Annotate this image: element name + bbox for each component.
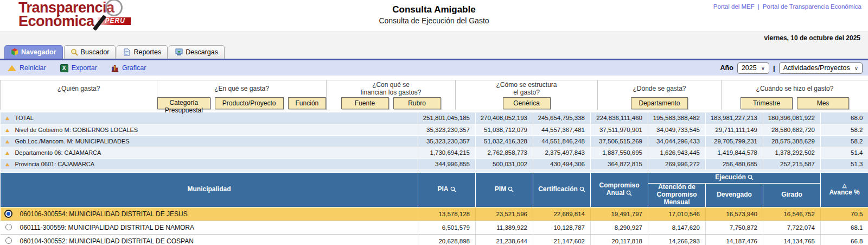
devengado-value: 7,750,872 xyxy=(706,221,763,234)
compromiso-anual-value: 37,511,970,901 xyxy=(591,124,648,135)
pia-value: 1,730,694,215 xyxy=(418,147,476,158)
radio-unselected[interactable] xyxy=(5,224,12,230)
year-value: 2025 xyxy=(742,64,757,72)
certificacion-value: 245,654,795,338 xyxy=(533,112,591,124)
avance-value: 58.2 xyxy=(821,124,868,135)
rubro-button[interactable]: Rubro xyxy=(393,97,441,109)
devengado-value: 14,187,476 xyxy=(706,234,763,245)
graficar-button[interactable]: Graficar xyxy=(111,64,146,72)
devengado-value: 16,573,940 xyxy=(706,207,763,221)
summary-label: Departamento 06: CAJAMARCA xyxy=(15,149,101,156)
type-select[interactable]: Actividades/Proyectos ∨ xyxy=(779,62,863,74)
reiniciar-label: Reiniciar xyxy=(20,64,46,72)
tab-reportes[interactable]: Reportes xyxy=(117,45,168,59)
generica-button[interactable]: Genérica xyxy=(503,97,551,109)
expand-triangle-icon[interactable]: ▲ xyxy=(5,161,10,167)
search-lens-icon[interactable] xyxy=(508,186,514,192)
expand-triangle-icon[interactable]: ▲ xyxy=(5,115,10,121)
municipality-name: 060111-300559: MUNICIPALIDAD DISTRITAL D… xyxy=(17,221,418,234)
sort-triangle-icon[interactable]: △ xyxy=(821,183,868,189)
pim-value: 2,762,858,773 xyxy=(476,147,533,158)
search-lens-icon[interactable] xyxy=(748,174,754,180)
tab-buscador-label: Buscador xyxy=(81,48,110,56)
column-group-ejecucion[interactable]: Ejecución xyxy=(648,172,821,183)
question-label: ¿Cuándo se hizo el gasto? xyxy=(722,80,868,97)
section-cuando-se-hizo: ¿Cuándo se hizo el gasto? Trimestre Mes xyxy=(722,80,868,110)
expand-triangle-icon[interactable]: ▲ xyxy=(5,150,10,156)
chevron-down-icon: ∨ xyxy=(761,65,765,71)
pia-value: 251,801,045,185 xyxy=(418,112,476,124)
avance-value: 68.0 xyxy=(821,112,868,124)
radio-selected[interactable] xyxy=(4,210,12,218)
certificacion-value: 22,689,814 xyxy=(533,207,591,221)
link-portal-mef[interactable]: Portal del MEF xyxy=(713,3,755,10)
categoria-presupuestal-button[interactable]: Categoría Presupuestal xyxy=(157,97,210,109)
tab-bar: Navegador Buscador Reportes Descargas xyxy=(0,44,868,60)
girado-value: 14,134,765 xyxy=(763,234,821,245)
excel-icon: X xyxy=(60,64,68,72)
certificacion-value: 10,128,787 xyxy=(533,221,591,234)
pim-value: 500,031,002 xyxy=(476,158,533,169)
girado-value: 180,396,081,922 xyxy=(763,112,821,124)
atencion-value: 34,044,296,433 xyxy=(648,135,706,147)
year-select[interactable]: 2025 ∨ xyxy=(737,62,769,74)
portal-links: Portal del MEF|Portal de Transparencia E… xyxy=(713,3,861,10)
avance-value: 51.4 xyxy=(821,147,868,158)
compromiso-anual-value: 8,290,927 xyxy=(591,221,648,234)
chevron-down-icon: ∨ xyxy=(854,65,858,71)
girado-value: 7,722,074 xyxy=(763,221,821,234)
tab-descargas[interactable]: Descargas xyxy=(169,45,225,59)
radio-unselected[interactable] xyxy=(5,237,12,244)
column-header-avance[interactable]: △Avance % xyxy=(821,172,868,207)
tab-descargas-label: Descargas xyxy=(186,48,218,56)
compromiso-anual-value: 364,872,815 xyxy=(591,158,648,169)
type-value: Actividades/Proyectos xyxy=(783,64,850,72)
search-lens-icon[interactable] xyxy=(626,190,632,196)
compromiso-anual-value: 37,506,515,269 xyxy=(591,135,648,147)
question-label: ¿Con qué se financian los gastos? xyxy=(327,80,455,97)
fuente-button[interactable]: Fuente xyxy=(341,97,389,109)
expand-triangle-icon[interactable]: ▲ xyxy=(5,127,10,133)
link-portal-transparencia[interactable]: Portal de Transparencia Económica xyxy=(763,3,861,10)
document-icon xyxy=(123,48,131,56)
toolbar-separator: | xyxy=(773,64,775,72)
table-row-namora[interactable]: 060111-300559: MUNICIPALIDAD DISTRITAL D… xyxy=(1,221,868,234)
table-row-jesus[interactable]: 060106-300554: MUNICIPALIDAD DISTRITAL D… xyxy=(1,207,868,221)
search-lens-icon[interactable] xyxy=(450,186,456,192)
avance-value: 66.8 xyxy=(821,234,868,245)
search-lens-icon[interactable] xyxy=(579,186,585,192)
question-label: ¿Cómo se estructura el gasto? xyxy=(456,80,597,97)
section-quien-gasta: ¿Quién gasta? xyxy=(0,80,157,110)
column-header-compromiso-anual[interactable]: Compromiso Anual xyxy=(591,172,648,207)
girado-value: 1,378,292,502 xyxy=(763,147,821,158)
pim-value: 51,038,712,079 xyxy=(476,124,533,135)
departamento-button[interactable]: Departamento xyxy=(631,97,687,109)
certificacion-value: 44,551,846,248 xyxy=(533,135,591,147)
summary-row-gob-loc: ▲Gob.Loc./Mancom. M: MUNICIPALIDADES 35,… xyxy=(1,135,868,147)
tab-buscador[interactable]: Buscador xyxy=(64,45,116,59)
pia-value: 35,323,230,357 xyxy=(418,135,476,147)
trimestre-button[interactable]: Trimestre xyxy=(741,97,793,109)
table-row-cospan[interactable]: 060104-300552: MUNICIPALIDAD DISTRITAL D… xyxy=(1,234,868,245)
column-header-pia[interactable]: PIA xyxy=(418,172,476,207)
pia-value: 35,323,230,357 xyxy=(418,124,476,135)
certificacion-value: 44,557,367,481 xyxy=(533,124,591,135)
column-header-municipalidad: Municipalidad xyxy=(1,172,418,207)
compromiso-anual-value: 20,117,818 xyxy=(591,234,648,245)
summary-label: Provincia 0601: CAJAMARCA xyxy=(15,161,94,167)
consulta-amigable-app: Transparencia Económica PERU Consulta Am… xyxy=(0,0,868,245)
expand-triangle-icon[interactable]: ▲ xyxy=(5,139,10,145)
reiniciar-button[interactable]: Reiniciar xyxy=(8,64,46,72)
tab-navegador[interactable]: Navegador xyxy=(4,45,63,59)
funcion-button[interactable]: Función xyxy=(288,97,327,109)
column-header-pim[interactable]: PIM xyxy=(476,172,533,207)
pia-value: 20,628,898 xyxy=(418,234,476,245)
column-header-certificacion[interactable]: Certificación xyxy=(533,172,591,207)
reset-triangle-icon xyxy=(8,65,16,71)
producto-proyecto-button[interactable]: Producto/Proyecto xyxy=(215,97,284,109)
pim-value: 11,389,922 xyxy=(476,221,533,234)
exportar-button[interactable]: X Exportar xyxy=(60,64,97,72)
pim-value: 23,521,596 xyxy=(476,207,533,221)
summary-label: Gob.Loc./Mancom. M: MUNICIPALIDADES xyxy=(15,138,129,145)
mes-button[interactable]: Mes xyxy=(797,97,849,109)
